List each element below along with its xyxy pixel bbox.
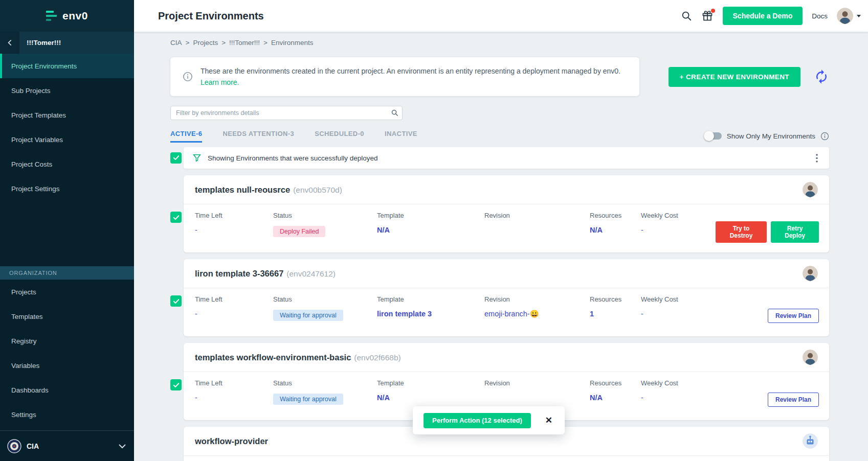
tab-inactive[interactable]: INACTIVE	[385, 130, 417, 143]
chevron-left-icon	[6, 38, 14, 47]
tab-active[interactable]: ACTIVE-6	[170, 130, 202, 143]
user-avatar[interactable]	[837, 8, 853, 24]
environment-actions: Review Plan	[768, 309, 821, 323]
resources-link[interactable]: N/A	[590, 394, 641, 402]
more-options-icon[interactable]	[814, 152, 820, 165]
perform-action-button[interactable]: Perform Action (12 selected)	[424, 413, 531, 428]
template-link[interactable]: N/A	[377, 394, 484, 402]
create-environment-button[interactable]: + CREATE NEW ENVIRONMENT	[669, 67, 801, 87]
tabs-row: ACTIVE-6 NEEDS ATTENTION-3 SCHEDULED-0 I…	[170, 129, 829, 143]
breadcrumb: CIA>Projects>!!!Tomer!!!>Environments	[170, 39, 829, 49]
column-header: Weekly Cost	[641, 295, 716, 303]
column-header: Revision	[484, 212, 590, 219]
sidebar-item-project-costs[interactable]: Project Costs	[0, 152, 134, 176]
environment-checkbox[interactable]	[170, 295, 182, 307]
close-icon[interactable]: ✕	[545, 415, 552, 426]
breadcrumb-separator: >	[186, 39, 190, 47]
user-avatar[interactable]	[803, 350, 818, 365]
check-icon	[172, 214, 180, 221]
sidebar-item-project-templates[interactable]: Project Templates	[0, 103, 134, 127]
bot-avatar[interactable]	[803, 433, 818, 449]
column-header: Resources	[590, 379, 641, 387]
search-icon[interactable]	[681, 10, 692, 21]
app-root: env0 !!!Tomer!!! Project Environments Su…	[0, 0, 868, 461]
learn-more-link[interactable]: Learn more.	[201, 78, 239, 86]
organization-name: CIA	[27, 442, 39, 450]
environment-id: (env00b570d)	[293, 186, 342, 194]
environment-row: templates null-reousrce(env00b570d) Time…	[170, 175, 829, 252]
check-icon	[172, 297, 180, 305]
retry-deploy-button[interactable]: Retry Deploy	[771, 221, 819, 243]
sidebar-item-templates[interactable]: Templates	[0, 304, 134, 329]
environment-checkbox[interactable]	[170, 212, 182, 223]
breadcrumb-item[interactable]: !!!Tomer!!!	[229, 39, 260, 47]
sidebar-item-sub-projects[interactable]: Sub Projects	[0, 78, 134, 103]
time-left-value: -	[195, 226, 273, 234]
logo-area: env0	[0, 0, 134, 32]
status-badge: Waiting for approval	[273, 394, 343, 405]
template-link[interactable]: liron template 3	[377, 310, 484, 318]
breadcrumb-item[interactable]: Projects	[193, 39, 218, 47]
resources-link[interactable]: 1	[590, 310, 641, 318]
environment-name: workflow-provider	[195, 436, 268, 446]
sidebar-item-settings[interactable]: Settings	[0, 402, 134, 427]
sidebar-item-project-variables[interactable]: Project Variables	[0, 127, 134, 152]
environment-actions: Try to Destroy Retry Deploy	[716, 221, 821, 243]
sidebar-item-variables[interactable]: Variables	[0, 353, 134, 378]
filter-input-wrap	[170, 106, 403, 120]
sidebar-item-project-settings[interactable]: Project Settings	[0, 176, 134, 201]
review-plan-button[interactable]: Review Plan	[768, 393, 819, 407]
resources-link[interactable]: N/A	[590, 226, 641, 234]
sidebar-item-registry[interactable]: Registry	[0, 329, 134, 353]
filter-input[interactable]	[170, 106, 403, 120]
column-header: Time Left	[195, 212, 273, 219]
column-header: Time Left	[195, 295, 273, 303]
breadcrumb-separator: >	[263, 39, 268, 47]
column-header: Revision	[484, 295, 590, 303]
try-to-destroy-button[interactable]: Try to Destroy	[716, 221, 767, 243]
user-avatar[interactable]	[803, 182, 818, 197]
filter-status-text: Showing Environments that were successfu…	[208, 154, 377, 162]
environment-header: templates workflow-environment-basic(env…	[184, 343, 829, 372]
gift-icon[interactable]	[701, 10, 714, 22]
environment-header: templates null-reousrce(env00b570d)	[184, 175, 829, 204]
tab-needs-attention[interactable]: NEEDS ATTENTION-3	[222, 130, 294, 143]
column-header: Resources	[590, 295, 641, 303]
show-only-my-environments-toggle[interactable]	[705, 132, 722, 140]
check-icon	[172, 381, 180, 389]
environment-id: (env0247612)	[286, 269, 336, 278]
environment-checkbox[interactable]	[170, 379, 182, 390]
filter-status-bar: Showing Environments that were successfu…	[184, 147, 829, 169]
time-left-value: -	[195, 310, 273, 318]
sidebar-item-project-environments[interactable]: Project Environments	[0, 54, 134, 78]
environment-actions: Review Plan	[768, 393, 821, 407]
column-header: Revision	[484, 379, 590, 387]
toggle-wrap: Show Only My Environments	[705, 132, 829, 141]
column-header: Template	[377, 295, 484, 303]
organization-switcher[interactable]: CIA	[0, 430, 134, 461]
env0-logo-text: env0	[62, 10, 88, 22]
column-header: Weekly Cost	[641, 379, 716, 387]
column-header: Template	[377, 379, 484, 387]
tab-scheduled[interactable]: SCHEDULED-0	[315, 130, 364, 143]
topbar-actions: Schedule a Demo Docs	[681, 7, 861, 25]
env0-logo-icon	[46, 10, 58, 21]
sidebar-item-projects[interactable]: Projects	[0, 280, 134, 304]
review-plan-button[interactable]: Review Plan	[768, 309, 819, 323]
template-link[interactable]: N/A	[377, 226, 484, 234]
environment-card: templates null-reousrce(env00b570d) Time…	[184, 175, 829, 252]
environment-name: liron template 3-36667(env0247612)	[195, 269, 336, 279]
back-button[interactable]	[0, 32, 19, 54]
breadcrumb-item[interactable]: CIA	[170, 39, 182, 47]
user-avatar[interactable]	[803, 266, 818, 281]
sidebar-item-dashboards[interactable]: Dashboards	[0, 378, 134, 402]
search-icon[interactable]	[391, 109, 398, 119]
schedule-demo-button[interactable]: Schedule a Demo	[723, 7, 803, 25]
select-all-checkbox[interactable]	[170, 152, 182, 164]
toggle-info-icon[interactable]	[820, 132, 829, 141]
docs-link[interactable]: Docs	[812, 12, 828, 20]
user-menu[interactable]	[837, 8, 861, 24]
toggle-knob	[704, 131, 714, 141]
refresh-icon[interactable]	[814, 69, 829, 84]
breadcrumb-separator: >	[221, 39, 226, 47]
